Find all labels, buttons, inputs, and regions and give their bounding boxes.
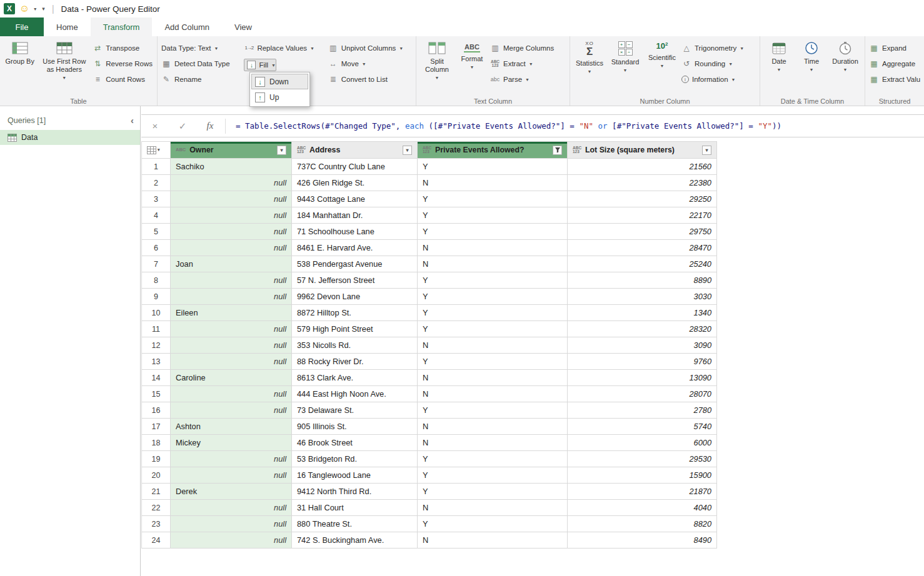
row-number[interactable]: 16	[142, 402, 171, 419]
row-number[interactable]: 21	[142, 484, 171, 500]
cell-owner[interactable]: null	[171, 224, 292, 240]
smiley-dropdown-caret-icon[interactable]: ▾	[34, 6, 36, 12]
cell-lot-size[interactable]: 28470	[568, 240, 717, 256]
quick-access-toolbar-caret-icon[interactable]: ▾	[42, 6, 45, 12]
fill-menu-item-down[interactable]: ↓ Down	[251, 74, 308, 89]
row-number[interactable]: 15	[142, 386, 171, 402]
cell-owner[interactable]: null	[171, 451, 292, 467]
cell-owner[interactable]: null	[171, 354, 292, 370]
cell-address[interactable]: 88 Rocky River Dr.	[292, 354, 418, 370]
split-column-button[interactable]: Split Column ▼	[420, 38, 454, 96]
row-number[interactable]: 14	[142, 370, 171, 386]
cell-address[interactable]: 184 Manhattan Dr.	[292, 207, 418, 224]
cell-lot-size[interactable]: 6000	[568, 435, 717, 451]
cell-lot-size[interactable]: 29530	[568, 451, 717, 467]
cell-owner[interactable]: Ashton	[171, 419, 292, 435]
cell-private-events-allowed[interactable]: N	[418, 370, 568, 386]
row-number[interactable]: 2	[142, 175, 171, 191]
cell-lot-size[interactable]: 13090	[568, 370, 717, 386]
column-header-address[interactable]: ABC123 Address ▾	[292, 142, 418, 159]
cell-owner[interactable]: null	[171, 402, 292, 419]
cell-owner[interactable]: Sachiko	[171, 159, 292, 175]
cell-owner[interactable]: null	[171, 191, 292, 207]
cell-private-events-allowed[interactable]: Y	[418, 191, 568, 207]
select-all-header[interactable]: ▾	[142, 142, 171, 159]
cell-owner[interactable]: Derek	[171, 484, 292, 500]
cell-private-events-allowed[interactable]: Y	[418, 467, 568, 484]
transpose-button[interactable]: ⇄ Transpose	[93, 43, 154, 53]
cell-private-events-allowed[interactable]: Y	[418, 402, 568, 419]
cell-address[interactable]: 905 Illinois St.	[292, 419, 418, 435]
cell-private-events-allowed[interactable]: N	[418, 532, 568, 549]
cell-lot-size[interactable]: 1340	[568, 305, 717, 321]
cell-owner[interactable]: null	[171, 272, 292, 289]
row-number[interactable]: 8	[142, 272, 171, 289]
cell-private-events-allowed[interactable]: Y	[418, 451, 568, 467]
row-number[interactable]: 17	[142, 419, 171, 435]
cell-owner[interactable]: null	[171, 289, 292, 305]
cell-private-events-allowed[interactable]: Y	[418, 272, 568, 289]
convert-to-list-button[interactable]: ≣ Convert to List	[328, 74, 413, 84]
detect-data-type-button[interactable]: ▦ Detect Data Type	[161, 59, 241, 69]
cell-lot-size[interactable]: 3090	[568, 337, 717, 354]
filter-funnel-icon[interactable]	[553, 146, 562, 155]
cell-lot-size[interactable]: 25240	[568, 256, 717, 272]
cell-lot-size[interactable]: 8820	[568, 516, 717, 532]
row-number[interactable]: 11	[142, 321, 171, 337]
row-number[interactable]: 5	[142, 224, 171, 240]
cell-lot-size[interactable]: 28070	[568, 386, 717, 402]
cell-owner[interactable]: null	[171, 207, 292, 224]
cell-private-events-allowed[interactable]: Y	[418, 224, 568, 240]
statistics-button[interactable]: XΟΣ Statistics ▼	[574, 38, 605, 96]
cell-lot-size[interactable]: 2780	[568, 402, 717, 419]
duration-button[interactable]: Duration ▼	[829, 38, 861, 96]
rename-button[interactable]: ✎ Rename	[161, 74, 241, 84]
cell-owner[interactable]: null	[171, 175, 292, 191]
format-button[interactable]: ABC Format ▼	[456, 38, 488, 96]
cell-address[interactable]: 9962 Devon Lane	[292, 289, 418, 305]
feedback-smiley-icon[interactable]: ☺	[19, 4, 29, 14]
cell-address[interactable]: 426 Glen Ridge St.	[292, 175, 418, 191]
row-number[interactable]: 13	[142, 354, 171, 370]
cell-lot-size[interactable]: 9760	[568, 354, 717, 370]
row-number[interactable]: 6	[142, 240, 171, 256]
row-number[interactable]: 10	[142, 305, 171, 321]
scientific-button[interactable]: 102 Scientific ▼	[645, 38, 679, 96]
cell-private-events-allowed[interactable]: N	[418, 337, 568, 354]
cell-private-events-allowed[interactable]: Y	[418, 321, 568, 337]
fx-icon[interactable]: fx	[196, 121, 224, 131]
column-filter-caret-icon[interactable]: ▾	[702, 146, 711, 155]
tab-home[interactable]: Home	[44, 17, 91, 36]
formula-input[interactable]: = Table.SelectRows(#"Changed Type", each…	[227, 121, 781, 131]
row-number[interactable]: 18	[142, 435, 171, 451]
cell-lot-size[interactable]: 29750	[568, 224, 717, 240]
row-number[interactable]: 1	[142, 159, 171, 175]
parse-button[interactable]: abc Parse ▼	[490, 74, 566, 84]
cell-private-events-allowed[interactable]: N	[418, 256, 568, 272]
cell-address[interactable]: 8872 Hilltop St.	[292, 305, 418, 321]
time-button[interactable]: Time ▼	[796, 38, 826, 96]
cell-owner[interactable]: null	[171, 386, 292, 402]
column-filter-caret-icon[interactable]: ▾	[277, 146, 286, 155]
cell-address[interactable]: 73 Delaware St.	[292, 402, 418, 419]
cell-lot-size[interactable]: 8490	[568, 532, 717, 549]
cell-address[interactable]: 57 N. Jefferson Street	[292, 272, 418, 289]
cell-lot-size[interactable]: 5740	[568, 419, 717, 435]
row-number[interactable]: 24	[142, 532, 171, 549]
collapse-pane-icon[interactable]: ‹	[131, 117, 134, 124]
cell-address[interactable]: 46 Brook Street	[292, 435, 418, 451]
date-button[interactable]: Date ▼	[764, 38, 794, 96]
tab-transform[interactable]: Transform	[91, 17, 153, 36]
commit-formula-icon[interactable]: ✓	[169, 121, 196, 132]
extract-button[interactable]: ABC123 Extract ▼	[490, 59, 566, 69]
cell-owner[interactable]: null	[171, 467, 292, 484]
cell-owner[interactable]: Caroline	[171, 370, 292, 386]
row-number[interactable]: 4	[142, 207, 171, 224]
cell-address[interactable]: 742 S. Buckingham Ave.	[292, 532, 418, 549]
cell-owner[interactable]: null	[171, 240, 292, 256]
cell-address[interactable]: 9443 Cottage Lane	[292, 191, 418, 207]
cell-address[interactable]: 353 Nicolls Rd.	[292, 337, 418, 354]
cell-lot-size[interactable]: 3030	[568, 289, 717, 305]
cell-lot-size[interactable]: 21870	[568, 484, 717, 500]
row-number[interactable]: 23	[142, 516, 171, 532]
